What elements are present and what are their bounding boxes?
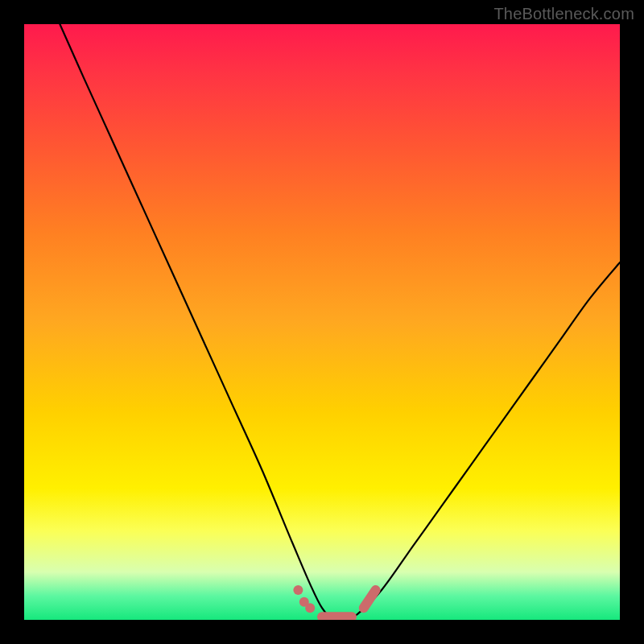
optimal-zone-markers <box>293 585 375 617</box>
watermark-text: TheBottleneck.com <box>493 5 634 23</box>
marker-pill <box>364 590 376 608</box>
bottleneck-curve <box>60 24 620 620</box>
curve-svg <box>24 24 620 620</box>
marker-dot <box>293 585 303 595</box>
plot-area <box>24 24 620 620</box>
marker-dot <box>305 603 315 613</box>
chart-frame: TheBottleneck.com <box>0 0 644 644</box>
